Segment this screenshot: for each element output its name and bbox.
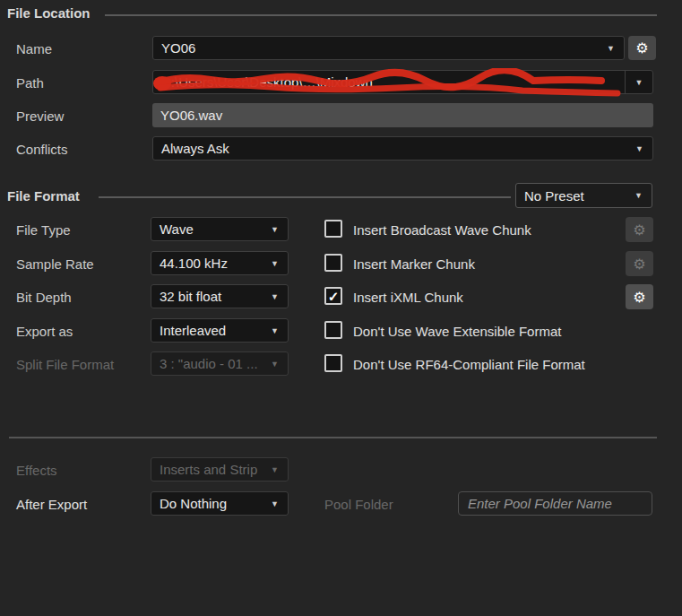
file-type-value: Wave xyxy=(151,221,265,237)
sample-rate-dropdown-arrow-icon: ▼ xyxy=(265,259,288,268)
preview-label: Preview xyxy=(16,108,64,124)
broadcast-wave-settings-gear-button: ⚙ xyxy=(626,217,653,242)
insert-broadcast-wave-chunk-label: Insert Broadcast Wave Chunk xyxy=(353,222,531,238)
sample-rate-dropdown[interactable]: 44.100 kHz ▼ xyxy=(151,251,289,275)
path-label: Path xyxy=(16,75,44,91)
export-as-dropdown[interactable]: Interleaved ▼ xyxy=(151,318,289,343)
path-dropdown-arrow-icon: ▼ xyxy=(635,78,643,87)
effects-label: Effects xyxy=(16,463,57,478)
file-type-dropdown[interactable]: Wave ▼ xyxy=(151,217,289,241)
insert-broadcast-wave-chunk-checkbox[interactable]: ✓ xyxy=(324,220,342,238)
file-type-dropdown-arrow-icon: ▼ xyxy=(265,225,288,234)
checkmark-icon: ✓ xyxy=(328,290,340,303)
sample-rate-label: Sample Rate xyxy=(16,256,94,272)
effects-dropdown-arrow-icon: ▼ xyxy=(265,465,288,474)
bit-depth-value: 32 bit float xyxy=(151,289,265,304)
dont-use-rf64-checkbox[interactable]: ✓ xyxy=(324,354,342,372)
file-location-header-rule xyxy=(105,14,657,16)
pool-folder-input[interactable] xyxy=(458,491,652,516)
export-as-label: Export as xyxy=(16,324,73,339)
ixml-chunk-settings-gear-button[interactable]: ⚙ xyxy=(626,284,653,309)
conflicts-value: Always Ask xyxy=(153,141,630,156)
bit-depth-dropdown[interactable]: 32 bit float ▼ xyxy=(151,284,289,308)
preset-value: No Preset xyxy=(516,188,629,204)
effects-dropdown: Inserts and Strip ▼ xyxy=(151,457,289,482)
split-file-format-dropdown: 3 : "audio - 01 ... ▼ xyxy=(151,351,289,376)
name-input[interactable] xyxy=(153,37,601,59)
insert-ixml-chunk-label: Insert iXML Chunk xyxy=(353,290,463,305)
sample-rate-value: 44.100 kHz xyxy=(151,256,265,271)
conflicts-dropdown-arrow-icon: ▼ xyxy=(630,144,652,153)
file-format-header: File Format xyxy=(7,188,80,204)
name-field[interactable]: ▼ xyxy=(152,36,625,60)
export-as-dropdown-arrow-icon: ▼ xyxy=(265,326,288,335)
after-export-dropdown-arrow-icon: ▼ xyxy=(265,499,288,508)
insert-marker-chunk-checkbox[interactable]: ✓ xyxy=(324,254,342,272)
preview-field: YO06.wav xyxy=(152,103,653,127)
gear-icon: ⚙ xyxy=(633,221,645,239)
effects-value: Inserts and Strip xyxy=(151,462,265,477)
path-field[interactable]: C:\Users\User\Desktop\…\Mixdown ▼ xyxy=(152,70,653,94)
dont-use-wave-extensible-label: Don't Use Wave Extensible Format xyxy=(353,324,561,339)
after-export-label: After Export xyxy=(16,497,87,512)
marker-chunk-settings-gear-button: ⚙ xyxy=(626,251,653,276)
pool-folder-label: Pool Folder xyxy=(324,497,393,512)
section-divider xyxy=(9,437,657,438)
gear-icon: ⚙ xyxy=(633,289,645,306)
conflicts-dropdown[interactable]: Always Ask ▼ xyxy=(152,136,653,161)
gear-icon: ⚙ xyxy=(633,256,645,273)
file-type-label: File Type xyxy=(16,222,71,238)
export-as-value: Interleaved xyxy=(151,323,265,338)
after-export-dropdown[interactable]: Do Nothing ▼ xyxy=(151,491,289,516)
gear-icon: ⚙ xyxy=(635,39,648,56)
preset-dropdown[interactable]: No Preset ▼ xyxy=(515,183,652,208)
split-file-format-label: Split File Format xyxy=(16,357,114,372)
bit-depth-label: Bit Depth xyxy=(16,290,72,305)
path-dropdown-button[interactable]: ▼ xyxy=(625,71,652,93)
file-format-header-rule xyxy=(99,196,511,198)
name-options-gear-button[interactable]: ⚙ xyxy=(628,36,656,60)
split-file-format-dropdown-arrow-icon: ▼ xyxy=(265,360,288,369)
dont-use-rf64-label: Don't Use RF64-Compliant File Format xyxy=(353,357,585,372)
after-export-value: Do Nothing xyxy=(151,496,265,511)
preview-value: YO06.wav xyxy=(160,108,222,123)
preset-dropdown-arrow-icon: ▼ xyxy=(629,191,652,200)
bit-depth-dropdown-arrow-icon: ▼ xyxy=(265,292,288,301)
conflicts-label: Conflicts xyxy=(16,142,68,157)
name-label: Name xyxy=(16,41,52,56)
name-dropdown-arrow-icon[interactable]: ▼ xyxy=(601,44,624,53)
split-file-format-value: 3 : "audio - 01 ... xyxy=(151,356,265,371)
path-value: C:\Users\User\Desktop\…\Mixdown xyxy=(153,74,625,90)
file-location-header: File Location xyxy=(7,5,91,21)
dont-use-wave-extensible-checkbox[interactable]: ✓ xyxy=(324,321,342,339)
insert-marker-chunk-label: Insert Marker Chunk xyxy=(353,256,475,272)
insert-ixml-chunk-checkbox[interactable]: ✓ xyxy=(324,287,342,305)
